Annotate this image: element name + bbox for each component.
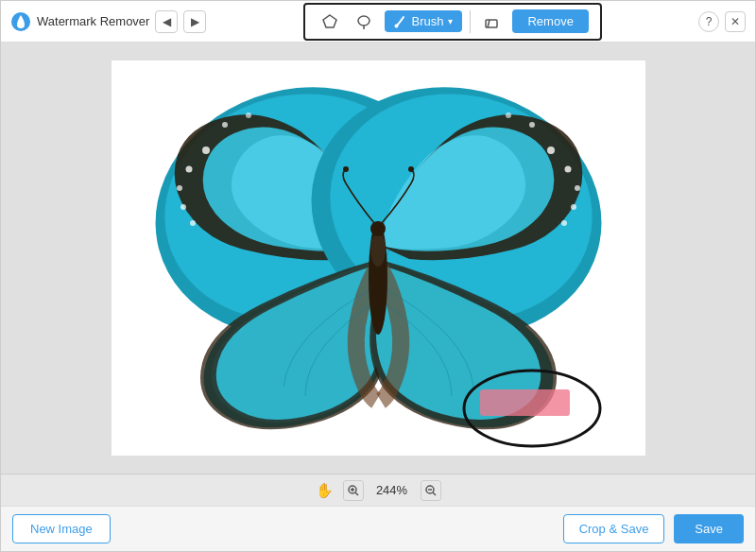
svg-point-28	[370, 221, 386, 236]
close-button[interactable]: ✕	[725, 11, 746, 32]
svg-point-23	[561, 220, 567, 226]
svg-point-29	[343, 166, 349, 172]
svg-line-38	[433, 492, 436, 495]
svg-point-11	[185, 166, 192, 173]
svg-line-34	[355, 492, 358, 495]
svg-point-21	[575, 185, 580, 191]
crop-save-button[interactable]: Crop & Save	[563, 514, 665, 543]
canvas-area	[1, 43, 755, 474]
svg-point-19	[547, 147, 555, 154]
eraser-tool-button[interactable]	[478, 9, 505, 35]
svg-point-22	[571, 204, 576, 210]
svg-point-20	[564, 166, 571, 173]
action-bar: New Image Crop & Save Save	[1, 506, 755, 551]
svg-point-15	[222, 122, 228, 128]
svg-point-14	[190, 220, 196, 226]
butterfly-image	[112, 60, 645, 456]
svg-point-13	[180, 204, 186, 210]
help-button[interactable]: ?	[698, 11, 719, 32]
new-image-button[interactable]: New Image	[12, 514, 111, 543]
svg-rect-31	[480, 389, 570, 416]
brush-label: Brush	[412, 14, 444, 28]
save-button[interactable]: Save	[674, 514, 744, 543]
zoom-level-display: 244%	[373, 483, 411, 497]
app-title: Watermark Remover	[37, 14, 149, 28]
brush-dropdown-icon: ▾	[448, 16, 453, 26]
svg-point-27	[370, 233, 386, 267]
hand-tool-button[interactable]: ✋	[316, 482, 334, 499]
toolbar: Brush ▾ Remove	[303, 3, 602, 41]
polygon-tool-button[interactable]	[317, 9, 343, 35]
remove-button[interactable]: Remove	[512, 9, 588, 33]
svg-point-2	[358, 16, 369, 26]
nav-forward-button[interactable]: ▶	[183, 10, 206, 33]
lasso-tool-button[interactable]	[351, 9, 377, 35]
svg-point-10	[202, 147, 210, 154]
svg-point-16	[246, 112, 251, 118]
nav-back-button[interactable]: ◀	[155, 10, 178, 33]
image-container[interactable]	[112, 60, 645, 456]
toolbar-divider	[470, 10, 471, 33]
svg-point-25	[506, 112, 511, 118]
app-logo	[10, 11, 31, 32]
zoom-in-button[interactable]	[343, 480, 364, 501]
svg-point-4	[394, 24, 398, 27]
zoom-out-button[interactable]	[421, 480, 441, 501]
svg-point-12	[177, 185, 182, 191]
status-bar: ✋ 244%	[1, 474, 755, 506]
svg-point-24	[529, 122, 535, 128]
svg-line-6	[488, 20, 490, 27]
svg-point-30	[408, 166, 414, 172]
svg-marker-1	[323, 15, 336, 27]
brush-tool-button[interactable]: Brush ▾	[385, 10, 463, 32]
